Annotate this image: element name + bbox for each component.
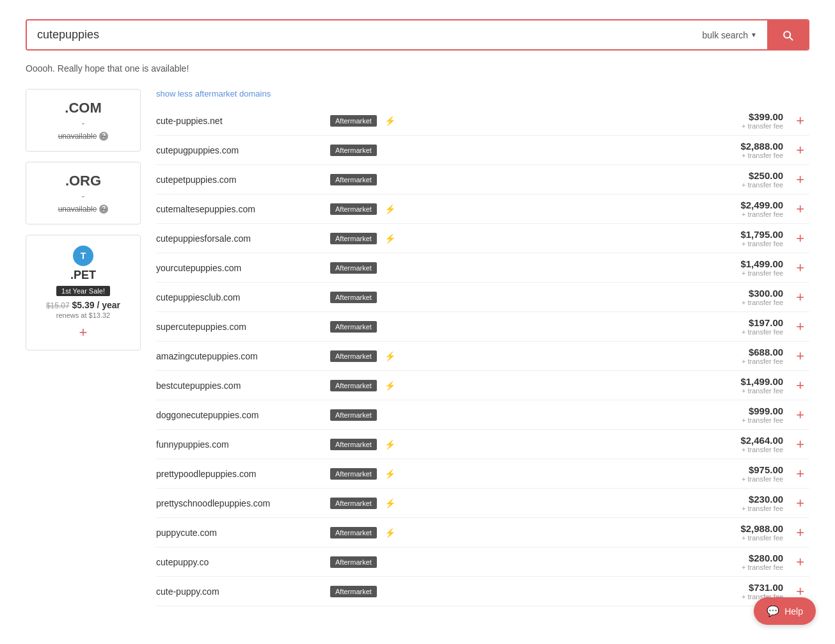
- domain-name: cutepugpuppies.com: [156, 145, 322, 155]
- price-main: $688.00: [402, 347, 783, 357]
- add-to-cart-button[interactable]: +: [791, 379, 809, 393]
- price-main: $197.00: [402, 317, 783, 328]
- price-sub: + transfer fee: [402, 240, 783, 247]
- price-sub: + transfer fee: [402, 593, 783, 601]
- domain-price: $230.00 + transfer fee: [402, 494, 783, 512]
- aftermarket-badge: Aftermarket: [330, 439, 377, 450]
- price-sub: + transfer fee: [402, 152, 783, 159]
- tld-card-org: .ORG - unavailable ?: [26, 162, 141, 224]
- aftermarket-badge: Aftermarket: [330, 233, 377, 244]
- domain-name: cutemaltesepuppies.com: [156, 204, 322, 214]
- add-to-cart-button[interactable]: +: [791, 437, 809, 452]
- domain-name: prettypoodlepuppies.com: [156, 469, 322, 479]
- add-to-cart-button[interactable]: +: [791, 408, 809, 422]
- price-main: $230.00: [402, 494, 783, 505]
- domain-name: bestcutepuppies.com: [156, 381, 322, 391]
- domain-name: cutepuppy.co: [156, 557, 322, 567]
- price-sub: + transfer fee: [402, 299, 783, 306]
- domain-price: $2,464.00 + transfer fee: [402, 435, 783, 453]
- add-to-cart-button[interactable]: +: [791, 290, 809, 304]
- org-unavailable: unavailable ?: [58, 205, 109, 214]
- domain-name: prettyschnoodlepuppies.com: [156, 498, 322, 508]
- price-sub: + transfer fee: [402, 357, 783, 365]
- sale-badge: 1st Year Sale!: [56, 286, 110, 296]
- aftermarket-badge: Aftermarket: [330, 115, 377, 127]
- add-to-cart-button[interactable]: +: [791, 467, 809, 481]
- domain-name: cutepuppiesclub.com: [156, 292, 322, 302]
- price-sub: + transfer fee: [402, 505, 783, 512]
- add-to-cart-button[interactable]: +: [791, 114, 809, 128]
- add-to-cart-button[interactable]: +: [791, 232, 809, 246]
- price-main: $999.00: [402, 405, 783, 416]
- search-submit-button[interactable]: [767, 20, 808, 49]
- domain-price: $731.00 + transfer fee: [402, 582, 783, 601]
- add-to-cart-button[interactable]: +: [791, 202, 809, 216]
- lightning-icon: ⚡: [385, 469, 395, 479]
- domain-name: cute-puppy.com: [156, 586, 322, 597]
- domain-name: cutepetpuppies.com: [156, 175, 322, 185]
- pet-pricing: $15.07 $5.39 / year renews at $13.32: [34, 300, 132, 319]
- search-input[interactable]: [27, 20, 692, 49]
- bulk-search-label: bulk search: [703, 30, 749, 40]
- domain-name: yourcutepuppies.com: [156, 263, 322, 273]
- add-to-cart-button[interactable]: +: [791, 261, 809, 275]
- results-area: show less aftermarket domains cute-puppi…: [156, 89, 809, 606]
- domain-row: cutepetpuppies.com Aftermarket $250.00 +…: [156, 165, 809, 194]
- pet-old-price: $15.07: [46, 301, 70, 310]
- price-main: $1,499.00: [402, 376, 783, 387]
- domain-name: amazingcutepuppies.com: [156, 351, 322, 361]
- aftermarket-badge: Aftermarket: [330, 468, 377, 480]
- info-icon-org[interactable]: ?: [99, 205, 108, 214]
- tagline: Ooooh. Really hope that one is available…: [26, 63, 809, 74]
- aftermarket-badge: Aftermarket: [330, 262, 377, 274]
- add-to-cart-button[interactable]: +: [791, 143, 809, 157]
- pet-add-button[interactable]: +: [79, 326, 88, 340]
- aftermarket-badge: Aftermarket: [330, 409, 377, 421]
- price-main: $1,795.00: [402, 229, 783, 240]
- search-icon: [781, 29, 794, 42]
- aftermarket-badge: Aftermarket: [330, 527, 377, 538]
- price-main: $2,988.00: [402, 523, 783, 534]
- lightning-icon: ⚡: [385, 204, 395, 214]
- domain-price: $399.00 + transfer fee: [402, 111, 783, 130]
- price-main: $2,499.00: [402, 200, 783, 210]
- price-sub: + transfer fee: [402, 534, 783, 542]
- aftermarket-badge: Aftermarket: [330, 321, 377, 333]
- domain-price: $999.00 + transfer fee: [402, 405, 783, 424]
- price-sub: + transfer fee: [402, 446, 783, 453]
- add-to-cart-button[interactable]: +: [791, 173, 809, 187]
- com-unavailable: unavailable ?: [58, 132, 109, 141]
- domain-name: supercutepuppies.com: [156, 322, 322, 332]
- add-to-cart-button[interactable]: +: [791, 320, 809, 334]
- info-icon[interactable]: ?: [99, 132, 108, 141]
- price-sub: + transfer fee: [402, 269, 783, 277]
- lightning-icon: ⚡: [385, 233, 395, 244]
- add-to-cart-button[interactable]: +: [791, 585, 809, 599]
- domain-price: $1,499.00 + transfer fee: [402, 258, 783, 277]
- domain-row: puppycute.com Aftermarket ⚡ $2,988.00 + …: [156, 518, 809, 547]
- domain-price: $2,988.00 + transfer fee: [402, 523, 783, 542]
- domain-price: $2,888.00 + transfer fee: [402, 141, 783, 159]
- price-sub: + transfer fee: [402, 181, 783, 189]
- help-button[interactable]: 💬 Help: [754, 597, 816, 625]
- aftermarket-badge: Aftermarket: [330, 203, 377, 215]
- add-to-cart-button[interactable]: +: [791, 496, 809, 510]
- domain-row: cutepuppiesclub.com Aftermarket $300.00 …: [156, 283, 809, 312]
- domain-row: cutepugpuppies.com Aftermarket $2,888.00…: [156, 136, 809, 165]
- bulk-search-button[interactable]: bulk search ▼: [692, 20, 768, 49]
- domain-row: supercutepuppies.com Aftermarket $197.00…: [156, 312, 809, 342]
- pet-renews: renews at $13.32: [34, 311, 132, 319]
- domain-row: prettyschnoodlepuppies.com Aftermarket ⚡…: [156, 489, 809, 518]
- add-to-cart-button[interactable]: +: [791, 349, 809, 363]
- domain-price: $1,499.00 + transfer fee: [402, 376, 783, 395]
- domain-row: funnypuppies.com Aftermarket ⚡ $2,464.00…: [156, 430, 809, 459]
- show-less-link[interactable]: show less aftermarket domains: [156, 89, 809, 98]
- search-bar: bulk search ▼: [26, 19, 809, 51]
- lightning-icon: ⚡: [385, 116, 395, 126]
- add-to-cart-button[interactable]: +: [791, 555, 809, 569]
- domain-row: cutepuppiesforsale.com Aftermarket ⚡ $1,…: [156, 224, 809, 253]
- add-to-cart-button[interactable]: +: [791, 526, 809, 540]
- price-main: $2,888.00: [402, 141, 783, 152]
- price-main: $250.00: [402, 170, 783, 181]
- aftermarket-badge: Aftermarket: [330, 586, 377, 597]
